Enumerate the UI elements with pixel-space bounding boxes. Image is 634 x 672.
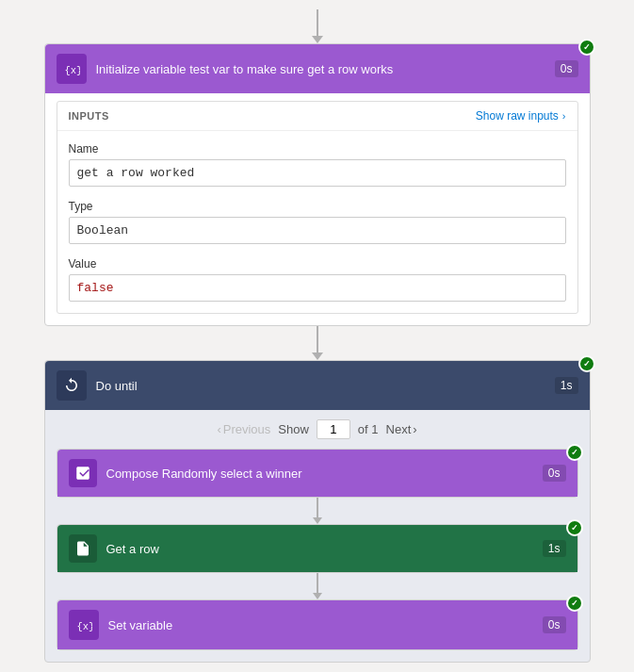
of-label: of 1: [358, 422, 379, 436]
do-until-duration: 1s: [555, 377, 578, 394]
small-head-1: [313, 517, 322, 524]
flow-container: {x} Initialize variable test var to make…: [0, 0, 634, 672]
next-chevron-icon: ›: [413, 422, 416, 436]
type-field: Boolean: [69, 217, 566, 244]
get-row-status-badge: [566, 519, 583, 536]
value-label: Value: [69, 257, 566, 270]
previous-label: Previous: [223, 422, 271, 436]
init-icon: {x}: [57, 54, 87, 84]
compose-status-badge: [566, 444, 583, 461]
mid-arrow-connector: [312, 326, 323, 360]
get-row-icon: [69, 534, 97, 563]
do-until-title: Do until: [96, 379, 555, 393]
prev-chevron-icon: ‹: [217, 422, 220, 436]
arrow-head-2: [312, 352, 323, 360]
small-line-1: [317, 498, 318, 517]
do-until-icon: [57, 370, 87, 401]
set-var-header[interactable]: {x} Set variable 0s: [57, 600, 577, 649]
inputs-body: Name get a row worked Type Boolean Value…: [57, 131, 577, 313]
compose-title: Compose Randomly select a winner: [106, 467, 543, 481]
show-label: Show: [278, 422, 309, 436]
curly-braces-icon: {x}: [63, 60, 80, 77]
get-row-card: Get a row 1s: [57, 524, 578, 573]
do-until-header[interactable]: Do until 1s: [45, 361, 590, 410]
compose-icon: [69, 459, 97, 487]
do-until-status-badge: [578, 355, 595, 372]
init-status-badge: [578, 39, 595, 56]
get-row-header[interactable]: Get a row 1s: [57, 525, 577, 572]
next-label: Next: [386, 422, 412, 436]
set-var-title: Set variable: [108, 618, 543, 632]
excel-svg-icon: [74, 540, 91, 557]
do-until-svg-icon: [63, 377, 80, 394]
init-variable-card: {x} Initialize variable test var to make…: [44, 43, 591, 326]
next-button[interactable]: Next ›: [386, 422, 417, 436]
show-raw-chevron: ›: [562, 110, 566, 122]
inputs-section: INPUTS Show raw inputs › Name get a row …: [57, 101, 578, 314]
svg-text:{x}: {x}: [64, 65, 80, 76]
inputs-label: INPUTS: [69, 110, 109, 122]
init-card-duration: 0s: [555, 60, 578, 77]
name-field: get a row worked: [69, 159, 566, 187]
inner-arrow-1: [57, 498, 578, 524]
page-number-input[interactable]: [317, 419, 350, 439]
value-field: false: [69, 274, 566, 302]
compose-header[interactable]: Compose Randomly select a winner 0s: [57, 450, 577, 497]
pagination-bar: ‹ Previous Show of 1 Next ›: [45, 410, 590, 449]
previous-button[interactable]: ‹ Previous: [217, 422, 270, 436]
small-head-2: [313, 593, 322, 599]
compose-card: Compose Randomly select a winner 0s: [57, 449, 578, 498]
get-row-duration: 1s: [543, 540, 566, 557]
inner-cards-container: Compose Randomly select a winner 0s: [45, 449, 590, 662]
arrow-line: [317, 9, 318, 36]
top-arrow-connector: [312, 9, 323, 43]
inputs-header: INPUTS Show raw inputs ›: [57, 102, 577, 131]
type-label: Type: [69, 200, 566, 213]
get-row-title: Get a row: [106, 542, 543, 556]
show-raw-inputs-link[interactable]: Show raw inputs ›: [476, 109, 566, 123]
arrow-head: [312, 36, 323, 43]
set-variable-card: {x} Set variable 0s: [57, 599, 578, 650]
inner-arrow-2: [57, 573, 578, 599]
init-card-header[interactable]: {x} Initialize variable test var to make…: [45, 44, 590, 93]
small-line-2: [317, 573, 318, 593]
compose-svg-icon: [74, 465, 91, 482]
name-input-group: Name get a row worked: [69, 142, 566, 187]
svg-text:{x}: {x}: [76, 621, 92, 632]
compose-duration: 0s: [543, 465, 566, 482]
value-input-group: Value false: [69, 257, 566, 302]
do-until-card: Do until 1s ‹ Previous Show of 1 Next ›: [44, 360, 591, 663]
arrow-line-2: [317, 326, 318, 352]
init-card-title: Initialize variable test var to make sur…: [96, 62, 555, 76]
set-var-svg-icon: {x}: [75, 616, 92, 633]
show-raw-text: Show raw inputs: [476, 109, 559, 123]
type-input-group: Type Boolean: [69, 200, 566, 244]
set-var-icon: {x}: [69, 610, 99, 640]
set-var-duration: 0s: [543, 616, 566, 633]
name-label: Name: [69, 142, 566, 156]
set-var-status-badge: [566, 595, 583, 612]
